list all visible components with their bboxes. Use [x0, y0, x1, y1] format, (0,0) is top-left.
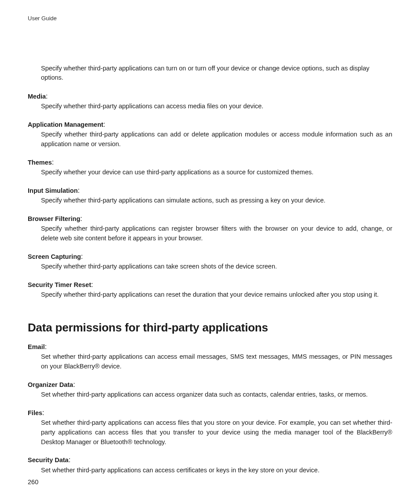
- definition-item: Media: Specify whether third-party appli…: [28, 92, 392, 111]
- page-number: 260: [28, 478, 38, 486]
- definition-item: Email: Set whether third-party applicati…: [28, 342, 392, 372]
- definition-desc: Specify whether third-party applications…: [41, 102, 392, 111]
- definition-term: Input Simulation: [28, 187, 78, 194]
- colon: :: [78, 187, 80, 194]
- colon: :: [46, 92, 48, 100]
- definition-desc: Specify whether third-party applications…: [41, 130, 392, 149]
- definition-term: Themes: [28, 159, 52, 166]
- definition-item: Browser Filtering: Specify whether third…: [28, 214, 392, 243]
- definition-desc: Specify whether third-party applications…: [41, 224, 392, 243]
- colon: :: [52, 158, 54, 166]
- definition-desc: Specify whether third-party applications…: [41, 196, 392, 206]
- colon: :: [80, 215, 82, 222]
- definition-term: Email: [28, 343, 45, 350]
- colon: :: [73, 381, 75, 388]
- definition-item: Files: Set whether third-party applicati…: [28, 408, 392, 447]
- definition-term: Browser Filtering: [28, 215, 80, 222]
- intro-paragraph: Specify whether third-party applications…: [41, 64, 392, 82]
- definition-term: Organizer Data: [28, 381, 73, 388]
- definition-item: Input Simulation: Specify whether third-…: [28, 186, 392, 206]
- definition-term: Screen Capturing: [28, 253, 81, 260]
- definition-term: Files: [28, 409, 42, 416]
- colon: :: [103, 121, 105, 128]
- page: User Guide Specify whether third-party a…: [0, 0, 420, 504]
- definition-item: Application Management: Specify whether …: [28, 120, 392, 149]
- definition-desc: Specify whether third-party applications…: [41, 262, 392, 272]
- definition-item: Organizer Data: Set whether third-party …: [28, 380, 392, 400]
- definition-item: Security Data: Set whether third-party a…: [28, 456, 392, 475]
- definition-term: Application Management: [28, 121, 103, 128]
- section-heading: Data permissions for third-party applica…: [28, 321, 392, 335]
- definition-term: Security Timer Reset: [28, 281, 91, 288]
- definition-item: Screen Capturing: Specify whether third-…: [28, 252, 392, 272]
- colon: :: [45, 343, 47, 350]
- colon: :: [42, 409, 44, 416]
- definition-item: Security Timer Reset: Specify whether th…: [28, 280, 392, 300]
- colon: :: [91, 281, 93, 288]
- definition-term: Security Data: [28, 456, 69, 464]
- colon: :: [81, 253, 83, 260]
- definition-desc: Set whether third-party applications can…: [41, 352, 392, 372]
- colon: :: [69, 456, 70, 464]
- definition-desc: Set whether third-party applications can…: [41, 466, 392, 475]
- definition-desc: Set whether third-party applications can…: [41, 418, 392, 447]
- definition-item: Themes: Specify whether your device can …: [28, 158, 392, 177]
- definition-term: Media: [28, 93, 46, 100]
- definition-desc: Specify whether third-party applications…: [41, 290, 392, 300]
- definition-desc: Specify whether your device can use thir…: [41, 168, 392, 177]
- running-header: User Guide: [28, 15, 392, 22]
- definition-desc: Set whether third-party applications can…: [41, 390, 392, 400]
